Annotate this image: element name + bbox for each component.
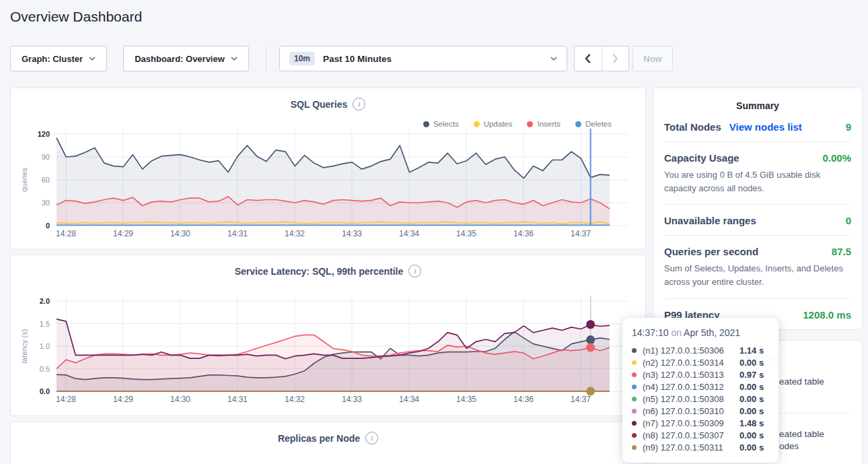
toolbar: Graph: Cluster Dashboard: Overview 10m P… [0,46,868,71]
node-address: (n2) 127.0.0.1:50314 [643,358,739,368]
capacity-value: 0.00% [822,152,851,164]
tooltip-node-row: (n1) 127.0.0.1:503061.14 s [632,344,769,356]
x-axis-tick: 14:33 [342,395,362,404]
chart-title-row: Replicas per Node i [11,432,645,444]
node-latency-value: 0.00 s [739,430,764,440]
chart-title-replicas-per-node: Replicas per Node [278,433,360,444]
qps-label: Queries per second [664,246,758,257]
toolbar-divider [266,46,266,71]
service-latency-chart[interactable]: 0.00.51.01.52.014:2814:2914:3014:3114:32… [11,294,645,410]
x-axis-tick: 14:30 [170,395,190,404]
x-axis-tick: 14:37 [571,395,591,404]
summary-panel: Summary Total Nodes View nodes list 9 Ca… [653,88,863,330]
node-color-dot-icon [632,445,637,450]
time-range-label: Past 10 Minutes [323,54,392,64]
node-color-dot-icon [632,433,637,438]
unavailable-ranges-label: Unavailable ranges [664,215,756,226]
hover-dot [586,335,595,344]
node-address: (n3) 127.0.0.1:50313 [643,370,739,380]
total-nodes-label: Total Nodes [664,121,721,133]
sql-queries-chart[interactable]: 030609012014:2814:2914:3014:3114:3214:33… [11,127,645,243]
tooltip-node-row: (n4) 127.0.0.1:503120.00 s [632,380,769,393]
node-address: (n5) 127.0.0.1:50308 [643,394,739,404]
y-axis-tick: 1.0 [40,342,50,350]
info-icon[interactable]: i [353,98,365,110]
tooltip-node-row: (n9) 127.0.0.1:503110.00 s [632,441,769,453]
time-nav-group [574,46,629,71]
chart-hover-tooltip: 14:37:10 on Apr 5th, 2021 (n1) 127.0.0.1… [622,318,779,463]
y-axis-tick: 120 [38,130,50,138]
now-button[interactable]: Now [632,46,673,71]
tooltip-date: Apr 5th, 2021 [684,327,740,338]
info-icon[interactable]: i [408,265,421,277]
chevron-left-icon [585,54,591,63]
y-axis-tick: 30 [42,199,50,207]
page-title: Overview Dashboard [10,9,142,25]
x-axis-tick: 14:36 [513,395,534,404]
node-color-dot-icon [632,385,637,389]
graph-dropdown-label: Graph: Cluster [22,54,83,64]
graph-dropdown[interactable]: Graph: Cluster [10,46,107,71]
node-color-dot-icon [632,421,637,426]
node-latency-value: 0.00 s [739,382,764,392]
x-axis-tick: 14:34 [399,229,419,238]
summary-title: Summary [653,88,862,111]
view-nodes-list-link[interactable]: View nodes list [729,121,802,133]
time-forward-button[interactable] [602,46,629,71]
summary-row-total-nodes: Total Nodes View nodes list 9 [664,111,851,142]
tooltip-node-row: (n5) 127.0.0.1:503080.00 s [632,393,769,405]
node-address: (n6) 127.0.0.1:50310 [643,406,739,416]
legend-dot-icon [575,121,581,127]
overview-dashboard-page: Overview Dashboard Graph: Cluster Dashbo… [0,0,868,464]
node-address: (n9) 127.0.0.1:50311 [643,442,739,453]
x-axis-tick: 14:30 [170,229,190,238]
chevron-down-icon [550,57,557,61]
x-axis-tick: 14:32 [285,229,305,238]
summary-row-capacity: Capacity Usage 0.00% You are using 0 B o… [664,142,851,205]
node-latency-value: 1.14 s [739,345,764,356]
legend-dot-icon [527,121,533,127]
hover-dot [586,387,595,396]
node-color-dot-icon [632,360,637,365]
x-axis-tick: 14:35 [456,395,476,404]
x-axis-tick: 14:31 [227,229,248,238]
replicas-per-node-card: Replicas per Node i [10,422,646,464]
qps-value: 87.5 [832,246,851,257]
info-icon[interactable]: i [365,432,378,444]
node-latency-value: 0.00 s [739,358,764,368]
p99-latency-value: 1208.0 ms [803,309,851,321]
x-axis-tick: 14:29 [113,229,133,238]
node-address: (n1) 127.0.0.1:50306 [643,345,739,356]
y-axis-tick: 60 [42,176,50,184]
chart-title-row: Service Latency: SQL, 99th percentile i [11,265,645,277]
x-axis-tick: 14:37 [571,229,591,238]
x-axis-tick: 14:29 [113,395,133,404]
tooltip-node-row: (n8) 127.0.0.1:503070.00 s [632,429,769,441]
tooltip-node-row: (n6) 127.0.0.1:503100.00 s [632,405,769,417]
node-color-dot-icon [632,372,637,377]
total-nodes-value: 9 [846,121,851,133]
node-latency-value: 1.48 s [739,418,764,428]
dashboard-dropdown[interactable]: Dashboard: Overview [123,46,249,71]
time-back-button[interactable] [575,46,602,71]
y-axis-label: latency (s) [20,329,28,364]
node-address: (n4) 127.0.0.1:50312 [643,382,739,392]
chart-title-sql-queries: SQL Queries [291,99,348,110]
chevron-down-icon [89,57,96,61]
event-item-fragment: odes [779,441,799,451]
x-axis-tick: 14:32 [285,395,305,404]
event-item-fragment: eated table [779,429,824,439]
time-range-picker[interactable]: 10m Past 10 Minutes [279,46,567,71]
dashboard-dropdown-label: Dashboard: Overview [135,54,225,64]
summary-body: Total Nodes View nodes list 9 Capacity U… [653,111,862,329]
node-latency-value: 0.00 s [739,442,764,453]
tooltip-connector: on [671,327,682,338]
node-color-dot-icon [632,348,637,353]
service-latency-card: Service Latency: SQL, 99th percentile i … [10,255,646,416]
legend-dot-icon [474,121,480,127]
chart-title-row: SQL Queries i [11,98,645,110]
summary-row-unavailable-ranges: Unavailable ranges 0 [664,205,851,236]
x-axis-tick: 14:34 [399,395,419,404]
y-axis-tick: 0.5 [40,365,50,373]
sql-queries-card: SQL Queries i SelectsUpdatesInsertsDelet… [10,88,646,249]
